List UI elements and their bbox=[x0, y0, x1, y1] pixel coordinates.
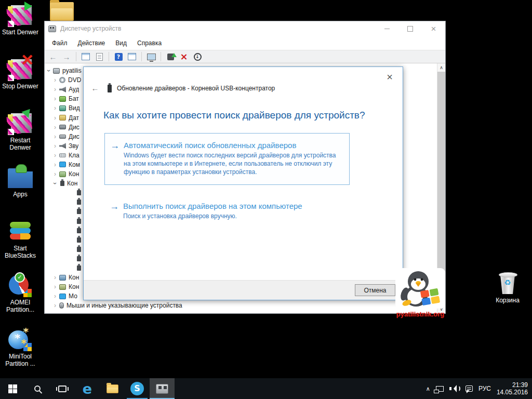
desktop-shortcut[interactable]: Stop Denwer bbox=[0, 57, 41, 111]
menu-item[interactable]: Вид bbox=[110, 37, 132, 49]
task-view-icon bbox=[58, 385, 66, 392]
desktop: Start Denwer Stop Denwer Restart Denwer … bbox=[0, 0, 532, 399]
device-icon bbox=[59, 162, 66, 167]
skype-icon bbox=[130, 382, 144, 395]
device-icon bbox=[59, 135, 66, 139]
tree-item[interactable]: Мыши и иные указывающие устройства bbox=[45, 301, 445, 310]
tree-expander-icon[interactable] bbox=[52, 134, 58, 140]
watermark: pyatilistnik.org bbox=[395, 268, 446, 318]
system-tray: РУС 21:39 14.05.2016 bbox=[426, 378, 532, 399]
tree-expander-icon[interactable] bbox=[52, 274, 58, 281]
tree-expander-icon[interactable] bbox=[52, 143, 58, 149]
desktop-shortcut-label: AOMEI Partition... bbox=[0, 299, 41, 313]
search-button[interactable] bbox=[25, 378, 50, 399]
desktop-shortcut[interactable]: Start BlueStacks bbox=[0, 219, 41, 273]
tree-expander-icon[interactable] bbox=[52, 162, 58, 168]
forward-icon[interactable] bbox=[61, 51, 72, 62]
minimize-icon[interactable] bbox=[375, 22, 398, 36]
start-button[interactable] bbox=[0, 378, 25, 399]
desktop-shortcut[interactable]: Apps bbox=[0, 165, 41, 219]
penguin-windows-logo bbox=[395, 268, 445, 310]
menu-item[interactable]: Файл bbox=[47, 37, 73, 49]
desktop-shortcut-label: MiniTool Partition ... bbox=[0, 353, 41, 367]
tree-expander-icon[interactable] bbox=[52, 86, 58, 92]
tree-expander-icon[interactable] bbox=[52, 96, 58, 102]
scan-hardware-icon[interactable] bbox=[147, 54, 156, 60]
uninstall-device-icon[interactable] bbox=[179, 51, 189, 62]
tree-expander-icon[interactable] bbox=[46, 68, 52, 74]
desktop-shortcut[interactable]: MiniTool Partition ... bbox=[0, 327, 41, 381]
tree-expander-icon[interactable] bbox=[52, 152, 58, 158]
desktop-shortcut-icon bbox=[8, 273, 33, 297]
desktop-shortcut-icon bbox=[8, 165, 33, 189]
menu-item[interactable]: Справка bbox=[132, 37, 167, 49]
desktop-shortcut-label: Restart Denwer bbox=[0, 137, 41, 151]
update-driver-icon[interactable] bbox=[167, 54, 174, 60]
tree-expander-icon[interactable] bbox=[52, 77, 58, 83]
desktop-shortcut-icon bbox=[8, 219, 33, 243]
desktop-shortcut-icon bbox=[8, 57, 33, 81]
tree-item-label: Кон bbox=[67, 180, 77, 187]
desktop-shortcut-icon bbox=[8, 3, 33, 27]
device-manager-titlebar[interactable]: Диспетчер устройств bbox=[45, 21, 445, 36]
window-title: Диспетчер устройств bbox=[60, 25, 375, 32]
cancel-button[interactable]: Отмена bbox=[355, 284, 395, 296]
tree-expander-icon[interactable] bbox=[52, 171, 58, 177]
clock[interactable]: 21:39 14.05.2016 bbox=[497, 381, 528, 396]
maximize-icon[interactable] bbox=[398, 22, 422, 36]
device-icon bbox=[59, 284, 66, 290]
option-auto-search[interactable]: Автоматический поиск обновленных драйвер… bbox=[104, 133, 350, 185]
toolbar-separator bbox=[109, 52, 109, 61]
network-icon[interactable] bbox=[436, 386, 444, 392]
recycle-bin[interactable]: Корзина bbox=[487, 271, 528, 304]
device-icon bbox=[77, 200, 81, 205]
dialog-title: Обновление драйверов - Корневой USB-конц… bbox=[117, 85, 275, 92]
device-icon bbox=[77, 237, 81, 243]
file-explorer-button[interactable] bbox=[100, 378, 125, 399]
disable-device-icon[interactable] bbox=[194, 53, 202, 61]
desktop-shortcut[interactable]: Restart Denwer bbox=[0, 111, 41, 165]
task-view-button[interactable] bbox=[50, 378, 75, 399]
close-icon[interactable] bbox=[422, 22, 445, 36]
list-window-icon[interactable] bbox=[128, 53, 136, 60]
skype-button[interactable] bbox=[125, 378, 150, 399]
back-icon[interactable] bbox=[90, 84, 100, 93]
tray-chevron-icon[interactable] bbox=[426, 386, 430, 392]
desktop-shortcut-label: Apps bbox=[0, 191, 41, 198]
desktop-shortcut[interactable]: AOMEI Partition... bbox=[0, 273, 41, 327]
desktop-folder-icon[interactable] bbox=[50, 2, 74, 21]
menu-item[interactable]: Действие bbox=[73, 37, 111, 49]
language-indicator[interactable]: РУС bbox=[478, 385, 491, 392]
properties-icon[interactable] bbox=[96, 53, 103, 61]
scroll-up-icon[interactable] bbox=[437, 63, 445, 72]
device-icon bbox=[59, 153, 66, 157]
option-browse-computer[interactable]: Выполнить поиск драйверов на этом компью… bbox=[104, 194, 350, 225]
option-description: Windows будет вести поиск последних верс… bbox=[124, 151, 344, 176]
close-icon[interactable] bbox=[382, 70, 397, 84]
help-icon[interactable] bbox=[115, 53, 123, 61]
device-icon bbox=[77, 265, 81, 271]
tree-expander-icon[interactable] bbox=[52, 115, 58, 121]
back-icon[interactable] bbox=[48, 51, 58, 62]
tree-item-label: Бат bbox=[69, 95, 79, 102]
console-window-icon[interactable] bbox=[82, 53, 90, 60]
desktop-icon-list: Start Denwer Stop Denwer Restart Denwer … bbox=[0, 3, 41, 381]
search-icon bbox=[34, 385, 41, 392]
tree-expander-icon[interactable] bbox=[52, 105, 58, 111]
tree-expander-icon[interactable] bbox=[52, 302, 58, 309]
device-icon bbox=[59, 171, 66, 177]
volume-icon[interactable] bbox=[449, 385, 460, 392]
tree-expander-icon[interactable] bbox=[52, 180, 58, 187]
tree-expander-icon[interactable] bbox=[52, 293, 58, 299]
device-icon bbox=[59, 87, 66, 92]
edge-button[interactable] bbox=[75, 378, 100, 399]
device-icon bbox=[60, 181, 64, 186]
option-description: Поиск и установка драйверов вручную. bbox=[123, 212, 302, 220]
recycle-bin-label: Корзина bbox=[487, 297, 528, 304]
tree-expander-icon[interactable] bbox=[52, 284, 58, 290]
tree-expander-icon[interactable] bbox=[52, 124, 58, 130]
arrow-right-icon bbox=[110, 141, 124, 151]
tree-item-label: Дис bbox=[69, 133, 79, 140]
device-manager-taskbar-button[interactable] bbox=[150, 378, 175, 399]
action-center-icon[interactable] bbox=[466, 385, 473, 392]
